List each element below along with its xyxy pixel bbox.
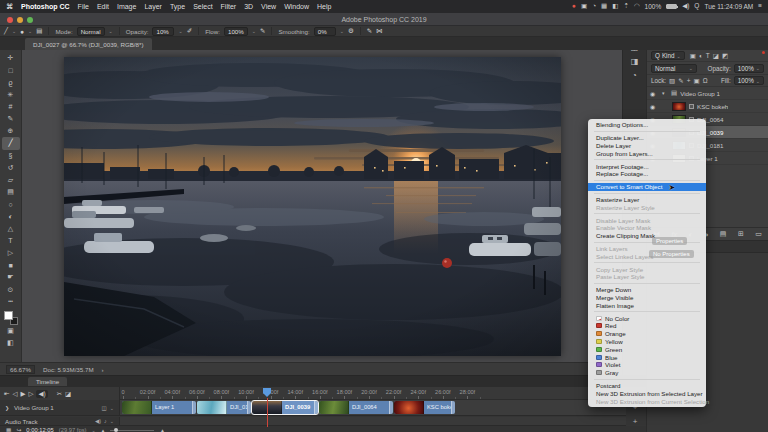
gradient-tool[interactable]: ▤ — [2, 186, 20, 198]
lock-icon-4[interactable]: Ω — [703, 77, 708, 85]
menu-help[interactable]: Help — [317, 3, 331, 10]
transition-button[interactable]: ◪ — [65, 390, 71, 398]
display-icon[interactable]: ▣ — [581, 3, 587, 10]
path-selection-tool[interactable]: ▷ — [2, 247, 20, 259]
lock-icon-0[interactable]: ▨ — [669, 77, 675, 85]
quick-mask-icon[interactable]: ▣ — [2, 325, 20, 337]
pressure-size-icon[interactable]: ✎ — [367, 27, 372, 35]
mode-select[interactable]: Normal — [77, 27, 105, 36]
shape-tool[interactable]: ■ — [2, 259, 20, 271]
type-tool[interactable]: T — [2, 235, 20, 247]
quick-selection-tool[interactable]: ✳ — [2, 89, 20, 101]
filter-kind-select[interactable]: Q Kind⌄ — [651, 51, 685, 60]
spotlight-icon[interactable]: Q — [694, 3, 699, 10]
collapsed-panel-3-icon[interactable]: ◔ — [632, 71, 637, 80]
menu-item-orange[interactable]: Orange — [588, 330, 706, 338]
apple-menu-icon[interactable]: ⌘ — [6, 3, 13, 11]
notification-center-icon[interactable]: ≡ — [758, 3, 762, 10]
speaker-icon[interactable]: ◀) — [682, 3, 689, 10]
menu-item-interpret-footage-[interactable]: Interpret Footage... — [588, 162, 706, 170]
brush-tool[interactable]: ╱ — [2, 137, 20, 149]
menu-item-duplicate-layer-[interactable]: Duplicate Layer... — [588, 134, 706, 142]
menu-type[interactable]: Type — [170, 3, 185, 10]
next-frame-button[interactable]: ▷ — [28, 390, 33, 398]
filter-icon-2[interactable]: T — [706, 52, 710, 60]
render-icon[interactable]: ▦ — [6, 427, 11, 432]
blur-tool[interactable]: ○ — [2, 198, 20, 210]
split-clip-button[interactable]: ✂ — [57, 390, 62, 398]
delete-layer-icon[interactable]: ▭ — [755, 230, 762, 238]
marquee-tool[interactable]: □ — [2, 64, 20, 76]
menu-item-replace-footage-[interactable]: Replace Footage... — [588, 170, 706, 178]
eyedropper-tool[interactable]: ✎ — [2, 113, 20, 125]
menu-file[interactable]: File — [78, 3, 89, 10]
healing-tool[interactable]: ⊕ — [2, 125, 20, 137]
symmetry-icon[interactable]: ⋈ — [376, 27, 383, 35]
hand-tool[interactable]: ☛ — [2, 271, 20, 283]
new-layer-icon[interactable]: ⊞ — [738, 230, 744, 238]
wifi-icon[interactable]: ◠ — [634, 3, 640, 10]
menu-3d[interactable]: 3D — [244, 3, 253, 10]
brush-preset-icon[interactable]: ● — [20, 28, 24, 35]
color-swatches[interactable] — [4, 311, 18, 325]
clip-dji-0181[interactable]: DJI_0181 — [197, 401, 251, 414]
menu-item-gray[interactable]: Gray — [588, 369, 706, 377]
close-window-button[interactable] — [7, 17, 13, 23]
menu-window[interactable]: Window — [284, 3, 309, 10]
filter-icon-1[interactable]: ◐ — [699, 52, 703, 60]
mute-audio-button[interactable]: ◀) — [36, 390, 47, 398]
menubar-clock[interactable]: Tue 11:24:09 AM — [704, 3, 753, 10]
edit-toolbar-icon[interactable]: ••• — [2, 296, 20, 308]
visibility-eye-icon[interactable]: ◉ — [650, 103, 659, 110]
menu-item-blending-options-[interactable]: Blending Options... — [588, 121, 706, 129]
zoom-window-button[interactable] — [27, 17, 33, 23]
upload-icon[interactable]: ⇡ — [623, 3, 628, 10]
clone-stamp-tool[interactable]: § — [2, 150, 20, 162]
lock-icon-3[interactable]: ▣ — [693, 77, 699, 85]
record-icon[interactable]: ● — [572, 3, 576, 10]
video-track-lane[interactable]: Layer 1DJI_0181DJI_0039DJI_0064KSC bokeh — [120, 400, 626, 416]
filter-icon-3[interactable]: ◪ — [713, 52, 719, 60]
group-disclosure-icon[interactable]: ▾ — [662, 90, 668, 96]
dodge-tool[interactable]: ◐ — [2, 210, 20, 222]
track-filmstrip-icon[interactable]: ◫ — [102, 405, 107, 411]
smoothing-gear-icon[interactable]: ⚙ — [348, 27, 354, 35]
collapsed-panel-2-icon[interactable]: ◨ — [631, 57, 639, 66]
menu-item-merge-down[interactable]: Merge Down — [588, 286, 706, 294]
mirror-icon[interactable]: ▦ — [601, 3, 607, 10]
filter-icon-4[interactable]: ◩ — [722, 52, 728, 60]
menu-item-delete-layer[interactable]: Delete Layer — [588, 142, 706, 150]
clip-dji-0064[interactable]: DJI_0064 — [319, 401, 393, 414]
document-tab[interactable]: DJI_0027 @ 66.7% (DJI_0039, RGB/8*) — [25, 38, 152, 50]
menu-view[interactable]: View — [261, 3, 276, 10]
menu-item-yellow[interactable]: Yellow — [588, 338, 706, 346]
canvas-pasteboard[interactable] — [22, 50, 622, 362]
menu-item-rasterize-layer[interactable]: Rasterize Layer — [588, 196, 706, 204]
play-button[interactable]: ▶ — [20, 390, 25, 398]
clip-end-handle[interactable] — [389, 401, 393, 414]
eraser-tool[interactable]: ▱ — [2, 174, 20, 186]
audio-track-lane[interactable] — [120, 417, 626, 426]
zoom-percentage-field[interactable]: 66.67% — [6, 365, 35, 374]
music-note-icon[interactable]: ♪ — [104, 418, 107, 424]
minimize-window-button[interactable] — [17, 17, 23, 23]
menu-item-violet[interactable]: Violet — [588, 361, 706, 369]
lock-icon-1[interactable]: ✎ — [678, 77, 683, 85]
zoom-out-mountain-icon[interactable]: ▲ — [101, 428, 105, 432]
clip-layer-1[interactable]: Layer 1 — [122, 401, 196, 414]
video-track-header[interactable]: ❯Video Group 1 ◫⌄ — [0, 400, 120, 416]
new-group-icon[interactable]: ▤ — [720, 230, 727, 238]
clip-end-handle[interactable] — [247, 401, 251, 414]
go-to-start-button[interactable]: ⇤ — [4, 390, 9, 398]
layer-row-video-group-1[interactable]: ◉▾▤Video Group 1 — [647, 87, 768, 100]
menu-layer[interactable]: Layer — [144, 3, 162, 10]
layer-fill-field[interactable]: 100%⌄ — [734, 76, 764, 85]
menu-item-postcard[interactable]: Postcard — [588, 382, 706, 390]
menu-photoshop-cc[interactable]: Photoshop CC — [21, 3, 70, 10]
menu-filter[interactable]: Filter — [221, 3, 237, 10]
menu-item-convert-to-smart-object[interactable]: Convert to Smart Object➤ — [588, 183, 706, 191]
clock-icon[interactable]: ◔ — [592, 3, 596, 10]
menu-select[interactable]: Select — [193, 3, 212, 10]
status-chevron-icon[interactable]: › — [102, 366, 104, 373]
brush-tool-icon[interactable]: ╱ — [4, 27, 8, 35]
